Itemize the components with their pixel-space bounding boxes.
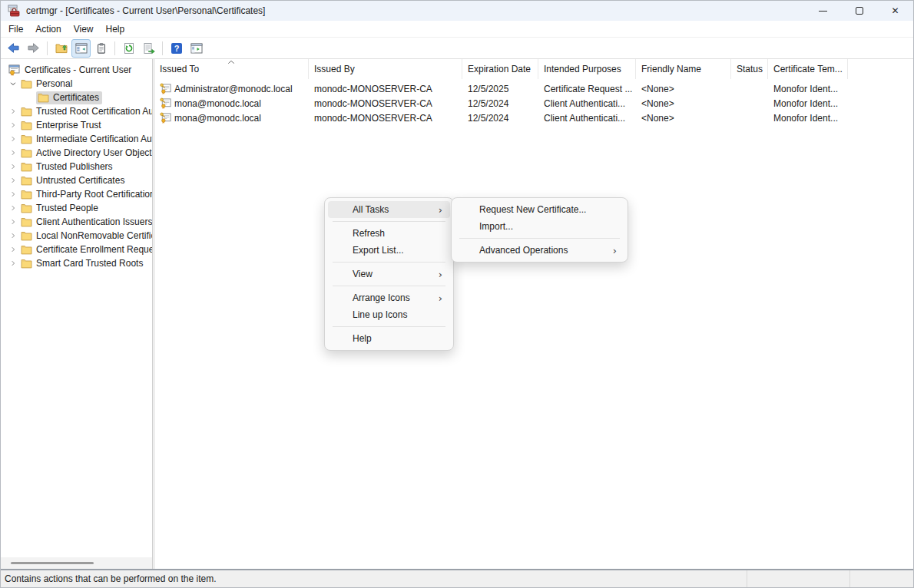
tree-item-trusted-root-certification-authorities[interactable]: Trusted Root Certification Authorities — [1, 104, 152, 118]
tree-item-third-party-root-certification-authorities[interactable]: Third-Party Root Certification Authoriti… — [1, 187, 152, 201]
forward-button[interactable] — [24, 39, 43, 58]
minimize-button[interactable] — [805, 1, 841, 21]
help-button[interactable]: ? — [167, 39, 186, 58]
help-icon: ? — [171, 42, 183, 55]
column-header-friendly-name[interactable]: Friendly Name — [636, 59, 731, 79]
menu-item-import[interactable]: Import... — [455, 218, 624, 235]
tree-item-certificate-enrollment-requests[interactable]: Certificate Enrollment Requests — [1, 243, 152, 256]
menu-item-label: Import... — [479, 221, 513, 232]
svg-text:?: ? — [174, 44, 179, 53]
tree-item-client-authentication-issuers[interactable]: Client Authentication Issuers — [1, 215, 152, 229]
menubar-item-file[interactable]: File — [2, 21, 29, 37]
tree-item-local-nonremovable-certificates[interactable]: Local NonRemovable Certificates — [1, 229, 152, 243]
chevron-down-icon[interactable] — [7, 80, 19, 88]
toolbar-separator — [162, 41, 163, 55]
column-header-intended-purposes[interactable]: Intended Purposes — [538, 59, 636, 79]
tree-item-active-directory-user-object[interactable]: Active Directory User Object — [1, 146, 152, 160]
menu-item-export-list[interactable]: Export List... — [328, 242, 450, 259]
menu-item-label: Line up Icons — [353, 309, 407, 320]
tree-item-intermediate-certification-authorities[interactable]: Intermediate Certification Authorities — [1, 132, 152, 146]
menu-item-line-up-icons[interactable]: Line up Icons — [328, 306, 450, 323]
tree-item-enterprise-trust[interactable]: Enterprise Trust — [1, 118, 152, 132]
chevron-right-icon[interactable] — [7, 246, 19, 253]
show-hide-action-pane-button[interactable] — [187, 39, 206, 58]
table-row[interactable]: mona@monodc.localmonodc-MONOSERVER-CA12/… — [154, 111, 913, 125]
submenu-arrow-icon: › — [439, 205, 442, 215]
tree-item-certificates-current-user[interactable]: Certificates - Current User — [1, 63, 152, 77]
cell-issued-to: mona@monodc.local — [154, 96, 309, 111]
chevron-right-icon[interactable] — [7, 259, 19, 267]
chevron-right-icon[interactable] — [7, 232, 19, 239]
chevron-right-icon[interactable] — [7, 204, 19, 212]
show-hide-console-tree-button[interactable] — [71, 39, 91, 58]
column-header-expiration-date[interactable]: Expiration Date — [462, 59, 538, 79]
chevron-right-icon[interactable] — [7, 218, 19, 226]
cell-text: monodc-MONOSERVER-CA — [314, 113, 432, 124]
table-row[interactable]: mona@monodc.localmonodc-MONOSERVER-CA12/… — [154, 96, 913, 111]
tree-item-label: Trusted Publishers — [36, 161, 113, 172]
tree-item-personal[interactable]: Personal — [1, 77, 152, 91]
status-bar: Contains actions that can be performed o… — [1, 570, 913, 587]
menu-item-arrange-icons[interactable]: Arrange Icons› — [328, 289, 450, 306]
menubar-item-view[interactable]: View — [68, 21, 100, 37]
folder-icon — [21, 107, 32, 117]
cell-intended-purposes: Client Authenticati... — [538, 111, 636, 125]
certificate-icon — [160, 83, 171, 94]
maximize-button[interactable] — [841, 1, 877, 21]
close-button[interactable]: ✕ — [877, 1, 913, 21]
tree-item-certificates[interactable]: Certificates — [1, 91, 152, 104]
folder-icon — [38, 93, 49, 103]
menu-item-advanced-operations[interactable]: Advanced Operations› — [455, 242, 624, 259]
column-header-certificate-tem[interactable]: Certificate Tem... — [768, 59, 848, 79]
tree-item-label: Intermediate Certification Authorities — [36, 134, 152, 144]
chevron-right-icon[interactable] — [7, 121, 19, 129]
menu-separator — [333, 286, 445, 286]
menu-item-help[interactable]: Help — [328, 330, 450, 347]
up-one-level-button[interactable] — [51, 39, 71, 58]
folder-icon — [21, 231, 32, 241]
clipboard-button[interactable] — [91, 39, 111, 58]
column-header-issued-to[interactable]: Issued To — [154, 59, 309, 79]
mmc-toolbox-icon — [8, 5, 20, 17]
column-header-label: Issued By — [314, 64, 355, 74]
menu-item-all-tasks[interactable]: All Tasks› — [328, 201, 450, 218]
certificate-list-pane: Issued ToIssued ByExpiration DateIntende… — [154, 59, 913, 569]
table-row[interactable]: Administrator@monodc.localmonodc-MONOSER… — [154, 81, 913, 96]
column-header-label: Friendly Name — [641, 64, 701, 74]
menu-item-label: All Tasks — [353, 204, 389, 215]
tree-item-trusted-people[interactable]: Trusted People — [1, 201, 152, 215]
menu-separator — [333, 262, 445, 263]
tree-horizontal-scrollbar[interactable] — [1, 557, 152, 569]
tree-item-trusted-publishers[interactable]: Trusted Publishers — [1, 160, 152, 173]
certificate-store-tree: Certificates - Current UserPersonalCerti… — [1, 59, 152, 270]
cell-text: mona@monodc.local — [174, 98, 261, 109]
menu-item-request-new-certificate[interactable]: Request New Certificate... — [455, 201, 624, 218]
column-header-status[interactable]: Status — [731, 59, 768, 79]
tree-item-label: Third-Party Root Certification Authoriti… — [36, 189, 152, 200]
menubar-item-action[interactable]: Action — [29, 21, 67, 37]
tree-item-untrusted-certificates[interactable]: Untrusted Certificates — [1, 173, 152, 187]
menubar-item-help[interactable]: Help — [100, 21, 131, 37]
cell-text: <None> — [641, 84, 674, 94]
export-list-button[interactable] — [139, 39, 158, 58]
back-button[interactable] — [4, 39, 23, 58]
tree-item-inner: Smart Card Trusted Roots — [19, 257, 146, 270]
chevron-right-icon[interactable] — [7, 177, 19, 184]
column-header-issued-by[interactable]: Issued By — [309, 59, 462, 79]
menu-separator — [333, 221, 445, 222]
folder-icon — [21, 259, 32, 269]
folder-icon — [21, 148, 32, 158]
toolbar: ? — [1, 38, 913, 59]
tree-item-smart-card-trusted-roots[interactable]: Smart Card Trusted Roots — [1, 256, 152, 270]
chevron-right-icon[interactable] — [7, 135, 19, 143]
tree-item-label: Smart Card Trusted Roots — [36, 258, 143, 269]
menu-item-view[interactable]: View› — [328, 266, 450, 282]
menu-item-refresh[interactable]: Refresh — [328, 225, 450, 242]
chevron-right-icon[interactable] — [7, 163, 19, 170]
chevron-right-icon[interactable] — [7, 107, 19, 115]
chevron-right-icon[interactable] — [7, 149, 19, 157]
cell-expiration-date: 12/5/2025 — [462, 81, 538, 96]
scrollbar-thumb[interactable] — [11, 562, 94, 564]
chevron-right-icon[interactable] — [7, 190, 19, 198]
refresh-button[interactable] — [119, 39, 138, 58]
